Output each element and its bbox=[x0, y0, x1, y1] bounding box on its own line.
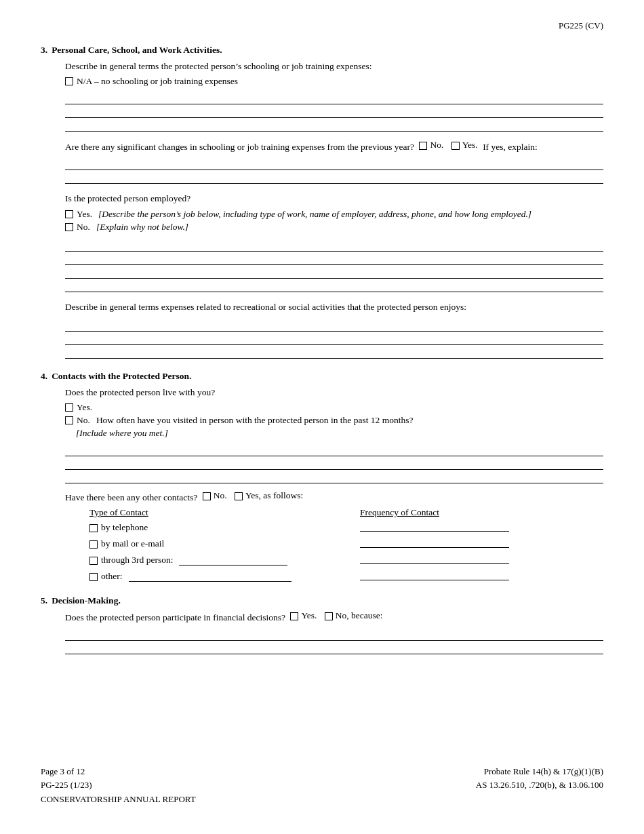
section-4: 4. Contacts with the Protected Person. D… bbox=[41, 371, 603, 583]
contacts-header-row: Type of Contact Frequency of Contact bbox=[89, 507, 603, 518]
financial-label: Does the protected person participate in… bbox=[65, 612, 285, 622]
na-label: N/A – no schooling or job training expen… bbox=[77, 76, 238, 87]
telephone-freq-line[interactable] bbox=[360, 521, 509, 532]
telephone-checkbox[interactable] bbox=[89, 524, 98, 532]
recreational-line-3[interactable] bbox=[65, 346, 603, 359]
other-contacts-yes-row: Yes, as follows: bbox=[235, 490, 303, 501]
live-no-followup: How often have you visited in person wit… bbox=[96, 415, 414, 426]
changes-lines bbox=[65, 158, 603, 184]
other-contacts-no-checkbox[interactable] bbox=[203, 492, 211, 500]
changes-no-row: No. bbox=[419, 140, 443, 151]
changes-row: Are there any significant changes in sch… bbox=[65, 140, 603, 153]
employed-no-checkbox[interactable] bbox=[65, 223, 73, 231]
changes-yes-label: Yes. bbox=[462, 140, 478, 151]
live-no-checkbox[interactable] bbox=[65, 416, 73, 424]
employed-line-4[interactable] bbox=[65, 280, 603, 292]
other-row: other: bbox=[89, 570, 603, 583]
recreational-label: Describe in general terms expenses relat… bbox=[65, 300, 603, 314]
employed-lines bbox=[65, 239, 603, 292]
section-4-content: Does the protected person live with you?… bbox=[65, 386, 603, 583]
changes-yes-checkbox[interactable] bbox=[451, 142, 460, 150]
telephone-row: by telephone bbox=[89, 521, 603, 534]
section-5-title: 5. Decision-Making. bbox=[41, 595, 603, 606]
changes-no-checkbox[interactable] bbox=[419, 142, 427, 150]
third-person-input[interactable] bbox=[179, 555, 287, 565]
section-3: 3. Personal Care, School, and Work Activ… bbox=[41, 45, 603, 359]
live-with-label: Does the protected person live with you? bbox=[65, 386, 603, 399]
financial-yes-row: Yes. bbox=[290, 610, 317, 621]
section-4-title: 4. Contacts with the Protected Person. bbox=[41, 371, 603, 382]
employed-yes-italic: [Describe the person’s job below, includ… bbox=[98, 209, 531, 220]
contacts-table: Type of Contact Frequency of Contact by … bbox=[89, 507, 603, 583]
na-checkbox[interactable] bbox=[65, 77, 73, 85]
na-checkbox-row: N/A – no schooling or job training expen… bbox=[65, 76, 603, 87]
third-person-freq-line[interactable] bbox=[360, 553, 509, 564]
other-contacts-row: Have there been any other contacts? No. … bbox=[65, 490, 603, 503]
financial-line-2[interactable] bbox=[65, 642, 603, 654]
other-freq-line[interactable] bbox=[360, 570, 509, 580]
third-person-checkbox[interactable] bbox=[89, 557, 98, 565]
live-yes-row: Yes. bbox=[65, 402, 603, 413]
employed-line-3[interactable] bbox=[65, 266, 603, 279]
other-label: other: bbox=[101, 571, 123, 582]
financial-yes-label: Yes. bbox=[301, 610, 317, 621]
other-contacts-yes-label: Yes, as follows: bbox=[245, 490, 303, 501]
changes-line-1[interactable] bbox=[65, 158, 603, 170]
employed-section: Is the protected person employed? Yes. [… bbox=[65, 192, 603, 232]
visits-line-1[interactable] bbox=[65, 444, 603, 456]
other-contacts-label: Have there been any other contacts? bbox=[65, 492, 197, 502]
include-where-row: [Include where you met.] bbox=[76, 428, 603, 439]
type-header: Type of Contact bbox=[89, 507, 148, 518]
financial-no-row: No, because: bbox=[325, 610, 383, 621]
recreational-line-2[interactable] bbox=[65, 333, 603, 345]
mail-freq-line[interactable] bbox=[360, 537, 509, 548]
visits-line-2[interactable] bbox=[65, 458, 603, 470]
include-where-italic: [Include where you met.] bbox=[76, 428, 168, 438]
employed-yes-row: Yes. [Describe the person’s job below, i… bbox=[65, 209, 603, 220]
live-yes-checkbox[interactable] bbox=[65, 403, 73, 412]
third-person-row: through 3rd person: bbox=[89, 553, 603, 567]
live-yes-label: Yes. bbox=[77, 402, 92, 413]
other-contacts-yes-checkbox[interactable] bbox=[235, 492, 243, 500]
financial-row: Does the protected person participate in… bbox=[65, 610, 603, 623]
type-header-cell: Type of Contact bbox=[89, 507, 346, 518]
employed-label: Is the protected person employed? bbox=[65, 192, 603, 205]
schooling-lines bbox=[65, 92, 603, 132]
form-number: PG-225 (1/23) bbox=[41, 778, 196, 793]
recreational-section: Describe in general terms expenses relat… bbox=[65, 300, 603, 314]
report-type: CONSERVATORSHIP ANNUAL REPORT bbox=[41, 793, 196, 807]
section-5-content: Does the protected person participate in… bbox=[65, 610, 603, 654]
financial-line-1[interactable] bbox=[65, 629, 603, 641]
changes-line-2[interactable] bbox=[65, 172, 603, 184]
employed-line-2[interactable] bbox=[65, 253, 603, 265]
visits-line-3[interactable] bbox=[65, 471, 603, 483]
section-5-label: Decision-Making. bbox=[52, 595, 121, 606]
other-checkbox[interactable] bbox=[89, 573, 98, 581]
section-4-label: Contacts with the Protected Person. bbox=[52, 371, 191, 382]
schooling-line-2[interactable] bbox=[65, 106, 603, 118]
mail-checkbox[interactable] bbox=[89, 540, 98, 549]
recreational-line-1[interactable] bbox=[65, 319, 603, 332]
other-input[interactable] bbox=[129, 571, 291, 582]
schooling-line-1[interactable] bbox=[65, 92, 603, 104]
employed-line-1[interactable] bbox=[65, 239, 603, 252]
page-number: Page 3 of 12 bbox=[41, 765, 196, 779]
employed-yes-label: Yes. bbox=[77, 209, 92, 220]
financial-lines bbox=[65, 629, 603, 654]
footer-left: Page 3 of 12 PG-225 (1/23) CONSERVATORSH… bbox=[41, 765, 196, 807]
section-5: 5. Decision-Making. Does the protected p… bbox=[41, 595, 603, 654]
footer-statutes: AS 13.26.510, .720(b), & 13.06.100 bbox=[476, 778, 603, 793]
mail-label: by mail or e-mail bbox=[101, 538, 164, 549]
form-id: PG225 (CV) bbox=[41, 20, 603, 31]
financial-no-checkbox[interactable] bbox=[325, 612, 333, 620]
changes-if-yes: If yes, explain: bbox=[483, 142, 538, 152]
employed-no-row: No. [Explain why not below.] bbox=[65, 222, 603, 233]
financial-yes-checkbox[interactable] bbox=[290, 612, 298, 620]
section-3-title: 3. Personal Care, School, and Work Activ… bbox=[41, 45, 603, 56]
schooling-line-3[interactable] bbox=[65, 119, 603, 132]
footer: Page 3 of 12 PG-225 (1/23) CONSERVATORSH… bbox=[41, 765, 603, 807]
section-5-number: 5. bbox=[41, 595, 47, 606]
live-no-row: No. How often have you visited in person… bbox=[65, 415, 603, 426]
frequency-header: Frequency of Contact bbox=[360, 507, 439, 517]
employed-yes-checkbox[interactable] bbox=[65, 210, 73, 218]
